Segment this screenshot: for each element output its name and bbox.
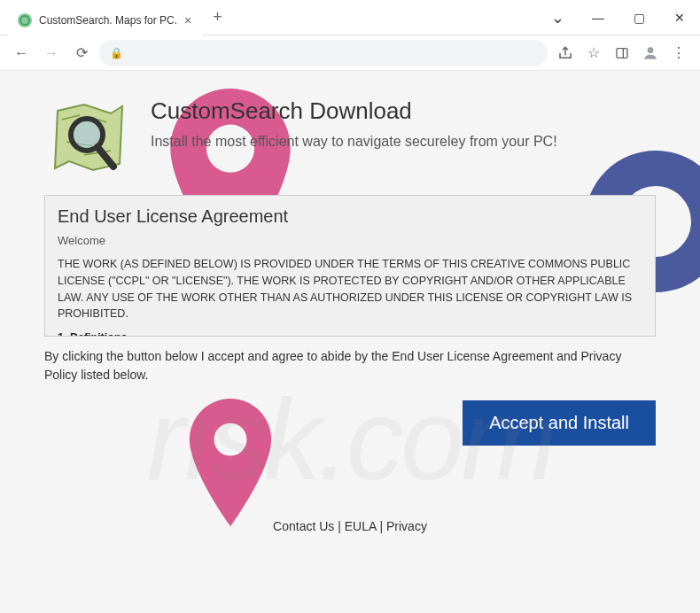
share-icon[interactable] [553, 41, 578, 66]
page-footer: Contact Us | EULA | Privacy [0, 519, 700, 533]
footer-sep: | [377, 519, 386, 533]
tab-title: CustomSearch. Maps for PC. [39, 14, 177, 27]
tab-favicon [18, 13, 32, 27]
window-minimize-icon[interactable]: — [578, 0, 618, 35]
profile-avatar-icon[interactable] [638, 41, 663, 66]
eula-welcome: Welcome [58, 234, 642, 247]
bookmark-star-icon[interactable]: ☆ [581, 41, 606, 66]
nav-back-icon[interactable]: ← [9, 41, 34, 66]
accept-install-button[interactable]: Accept and Install [463, 400, 656, 446]
footer-eula-link[interactable]: EULA [345, 519, 377, 533]
window-controls: ⌄ — ▢ ✕ [537, 0, 700, 35]
window-dropdown-icon[interactable]: ⌄ [537, 0, 578, 35]
app-logo [44, 97, 133, 177]
nav-forward-icon[interactable]: → [39, 41, 64, 66]
window-titlebar: CustomSearch. Maps for PC. × + ⌄ — ▢ ✕ [0, 0, 700, 35]
svg-point-2 [648, 47, 654, 53]
window-close-icon[interactable]: ✕ [659, 0, 700, 35]
window-maximize-icon[interactable]: ▢ [618, 0, 659, 35]
footer-sep: | [334, 519, 344, 533]
nav-reload-icon[interactable]: ⟳ [69, 41, 94, 66]
svg-rect-0 [617, 48, 627, 58]
page-title: CustomSearch Download [151, 97, 557, 125]
browser-tab[interactable]: CustomSearch. Maps for PC. × [7, 5, 202, 35]
page-content: CustomSearch Download Install the most e… [0, 71, 700, 613]
browser-toolbar: ← → ⟳ 🔒 ☆ ⋮ [0, 35, 700, 71]
page-header: CustomSearch Download Install the most e… [44, 97, 656, 177]
page-subtitle: Install the most efficient way to naviga… [151, 134, 557, 150]
eula-heading: End User License Agreement [58, 206, 642, 227]
address-bar[interactable]: 🔒 [99, 40, 548, 66]
menu-dots-icon[interactable]: ⋮ [666, 41, 691, 66]
tab-close-icon[interactable]: × [184, 13, 191, 27]
eula-scrollbox[interactable]: End User License Agreement Welcome THE W… [44, 195, 656, 337]
consent-text: By clicking the button below I accept an… [44, 347, 656, 384]
footer-contact-link[interactable]: Contact Us [273, 519, 334, 533]
eula-section-title: 1. Definitions [58, 331, 642, 337]
lock-icon: 🔒 [110, 47, 123, 59]
new-tab-button[interactable]: + [213, 8, 222, 27]
side-panel-icon[interactable] [610, 41, 634, 66]
footer-privacy-link[interactable]: Privacy [386, 519, 427, 533]
eula-body: THE WORK (AS DEFINED BELOW) IS PROVIDED … [58, 256, 642, 322]
